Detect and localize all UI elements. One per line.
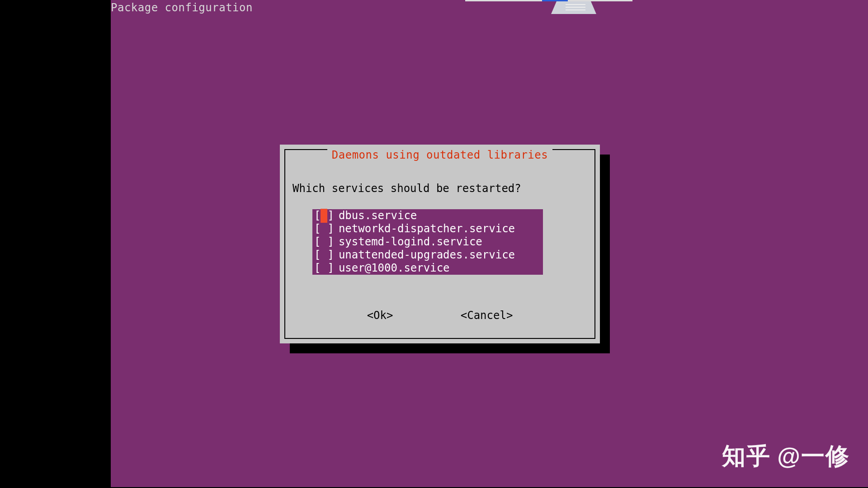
service-item[interactable]: [ ] systemd-logind.service [312, 235, 543, 249]
service-label: systemd-logind.service [339, 235, 482, 249]
checkbox[interactable] [321, 222, 327, 236]
service-label: unattended-upgrades.service [339, 248, 515, 262]
dialog-frame: Daemons using outdated libraries Which s… [284, 149, 595, 339]
restart-services-dialog: Daemons using outdated libraries Which s… [280, 145, 600, 343]
checkbox[interactable] [321, 248, 327, 262]
service-label: dbus.service [339, 209, 417, 223]
top-notch-decoration [465, 0, 632, 14]
cancel-button[interactable]: <Cancel> [461, 309, 513, 323]
service-label: user@1000.service [339, 261, 450, 275]
hamburger-icon [566, 4, 585, 10]
service-item[interactable]: [ ] unattended-upgrades.service [312, 249, 543, 262]
service-item[interactable]: [ ] dbus.service [312, 209, 543, 222]
checkbox[interactable] [321, 235, 327, 249]
terminal-screen: Package configuration Daemons using outd… [111, 0, 868, 487]
ok-button[interactable]: <Ok> [367, 309, 393, 323]
page-title: Package configuration [111, 0, 253, 16]
service-item[interactable]: [ ] networkd-dispatcher.service [312, 222, 543, 235]
service-label: networkd-dispatcher.service [339, 222, 515, 236]
checkbox[interactable] [321, 261, 327, 275]
checkbox-cursor[interactable] [321, 209, 327, 223]
dialog-title: Daemons using outdated libraries [327, 148, 552, 162]
dialog-prompt: Which services should be restarted? [292, 182, 587, 196]
service-checklist[interactable]: [ ] dbus.service [ ] networkd-dispatcher… [312, 209, 543, 275]
service-item[interactable]: [ ] user@1000.service [312, 262, 543, 275]
